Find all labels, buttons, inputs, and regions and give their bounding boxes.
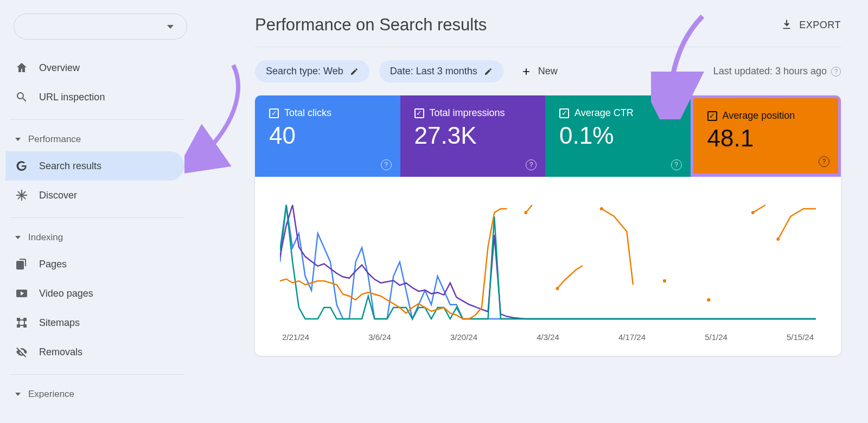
section-label: Experience [28, 389, 74, 400]
chart-x-tick: 5/1/24 [705, 332, 727, 342]
sidebar-item-removals[interactable]: Removals [5, 337, 184, 367]
metric-tile-ctr[interactable]: Average CTR 0.1% ? [545, 95, 691, 177]
add-filter-button[interactable]: New [513, 60, 565, 82]
metric-tile-position[interactable]: Average position 48.1 ? [691, 95, 841, 177]
metric-value: 48.1 [707, 125, 825, 152]
metric-label: Total clicks [284, 107, 331, 119]
filter-chip-date[interactable]: Date: Last 3 months [379, 60, 503, 82]
last-updated: Last updated: 3 hours ago ? [713, 66, 841, 77]
metric-value: 27.3K [414, 122, 532, 149]
section-head-indexing[interactable]: Indexing [5, 226, 184, 249]
sidebar-item-overview[interactable]: Overview [5, 53, 184, 82]
section-label: Performance [28, 134, 81, 145]
svg-point-7 [751, 211, 755, 214]
help-icon[interactable]: ? [819, 156, 829, 167]
download-icon [781, 19, 793, 31]
plus-icon [521, 66, 532, 77]
chart-x-tick: 3/6/24 [368, 332, 391, 342]
chart-x-tick: 2/21/24 [282, 332, 309, 342]
divider [10, 217, 184, 218]
metric-value: 0.1% [559, 122, 676, 149]
divider [10, 119, 184, 120]
visibility-off-icon [15, 345, 28, 358]
sidebar-item-url-inspection[interactable]: URL inspection [5, 82, 184, 112]
caret-down-icon [15, 236, 21, 239]
svg-point-8 [776, 238, 780, 241]
home-icon [15, 61, 28, 74]
section-head-experience[interactable]: Experience [5, 382, 184, 406]
chip-label: Search type: Web [266, 66, 343, 77]
help-icon[interactable]: ? [526, 159, 537, 170]
asterisk-icon [15, 189, 28, 202]
search-icon [15, 91, 28, 104]
metric-tile-impressions[interactable]: Total impressions 27.3K ? [400, 95, 546, 177]
edit-icon [484, 67, 493, 76]
caret-down-icon [15, 138, 21, 141]
svg-point-0 [524, 211, 527, 214]
performance-chart[interactable]: 2/21/243/6/243/20/244/3/244/17/245/1/245… [280, 193, 816, 323]
svg-point-2 [600, 207, 603, 210]
svg-point-4 [663, 279, 666, 283]
sidebar-label: Search results [39, 161, 101, 172]
help-icon[interactable]: ? [671, 159, 682, 170]
metric-label: Average CTR [575, 107, 634, 119]
page-title: Performance on Search results [255, 15, 487, 35]
svg-point-6 [707, 298, 710, 302]
chart-x-tick: 4/3/24 [537, 332, 559, 342]
export-label: EXPORT [799, 20, 841, 31]
divider [10, 374, 184, 375]
metric-label: Average position [723, 110, 795, 121]
chart-x-tick: 5/15/24 [787, 332, 814, 342]
filter-chip-search-type[interactable]: Search type: Web [255, 60, 369, 82]
google-g-icon [15, 159, 28, 172]
sidebar-item-search-results[interactable]: Search results [5, 151, 184, 181]
metric-value: 40 [269, 122, 386, 149]
checkbox-icon [707, 111, 717, 121]
metric-label: Total impressions [430, 107, 505, 119]
edit-icon [350, 67, 359, 76]
checkbox-icon [559, 108, 569, 118]
metric-tile-clicks[interactable]: Total clicks 40 ? [255, 95, 400, 177]
checkbox-icon [414, 108, 424, 118]
sidebar-item-pages[interactable]: Pages [5, 249, 184, 279]
help-icon[interactable]: ? [381, 159, 392, 170]
chart-x-tick: 3/20/24 [450, 332, 477, 342]
performance-card: Total clicks 40 ? Total impressions 27.3… [255, 95, 841, 356]
new-label: New [538, 66, 558, 77]
updated-text: Last updated: 3 hours ago [713, 66, 827, 77]
sidebar-label: URL inspection [39, 92, 105, 103]
sidebar-label: Sitemaps [39, 317, 80, 329]
help-icon[interactable]: ? [831, 67, 841, 76]
sidebar-item-sitemaps[interactable]: Sitemaps [5, 308, 184, 337]
section-head-performance[interactable]: Performance [5, 127, 184, 151]
sidebar-label: Pages [39, 259, 67, 270]
property-selector[interactable] [14, 14, 187, 40]
caret-down-icon [15, 393, 21, 396]
sidebar-label: Discover [39, 190, 77, 201]
chip-label: Date: Last 3 months [390, 66, 477, 77]
chevron-down-icon [167, 25, 174, 29]
chart-x-tick: 4/17/24 [618, 332, 646, 342]
sitemap-icon [15, 316, 28, 329]
sidebar-label: Video pages [39, 288, 93, 299]
export-button[interactable]: EXPORT [781, 19, 841, 31]
sidebar-item-discover[interactable]: Discover [5, 181, 184, 210]
pages-icon [15, 258, 28, 271]
sidebar-label: Removals [39, 347, 82, 358]
sidebar-label: Overview [39, 62, 80, 74]
svg-point-1 [556, 287, 559, 290]
video-icon [15, 287, 28, 300]
section-label: Indexing [28, 232, 63, 243]
sidebar-item-video-pages[interactable]: Video pages [5, 279, 184, 308]
checkbox-icon [269, 108, 279, 118]
